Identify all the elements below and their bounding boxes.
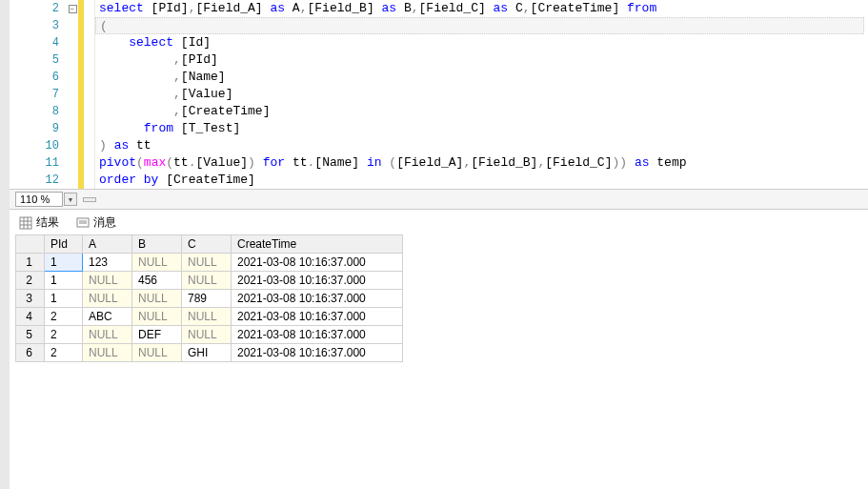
grid-row-header[interactable]: 2 [16, 272, 45, 290]
code-line[interactable]: ,[PId] [95, 51, 868, 69]
code-token: , [173, 52, 181, 67]
grid-header-row: PIdABCCreateTime [16, 235, 403, 254]
grid-row-header[interactable]: 1 [16, 254, 45, 272]
grid-cell[interactable]: ABC [83, 308, 132, 326]
grid-cell[interactable]: NULL [132, 308, 182, 326]
tab-messages[interactable]: 消息 [72, 213, 120, 233]
grid-cell[interactable]: 789 [182, 290, 232, 308]
code-line[interactable]: select [PId],[Field_A] as A,[Field_B] as… [95, 0, 868, 17]
table-row[interactable]: 31NULLNULL7892021-03-08 10:16:37.000 [16, 290, 403, 308]
grid-cell[interactable]: NULL [182, 308, 232, 326]
left-margin-strip [0, 0, 10, 364]
sql-editor[interactable]: 2−3456789101112 select [PId],[Field_A] a… [10, 0, 868, 189]
line-number: 2 [10, 0, 67, 17]
grid-row-header[interactable]: 4 [16, 308, 45, 326]
grid-cell[interactable]: 2021-03-08 10:16:37.000 [232, 308, 403, 326]
grid-cell[interactable]: 2 [45, 308, 83, 326]
change-marker [78, 86, 84, 103]
grid-cell[interactable]: 2021-03-08 10:16:37.000 [232, 290, 403, 308]
code-token: [CreateTime] [531, 1, 627, 15]
results-grid-container: PIdABCCreateTime11123NULLNULL2021-03-08 … [10, 233, 868, 364]
code-token: tt [173, 155, 189, 170]
grid-cell[interactable]: NULL [83, 326, 132, 344]
editor-code[interactable]: select [PId],[Field_A] as A,[Field_B] as… [95, 0, 868, 189]
code-line[interactable]: from [T_Test] [95, 120, 868, 137]
table-row[interactable]: 11123NULLNULL2021-03-08 10:16:37.000 [16, 254, 403, 272]
change-marker [78, 51, 84, 69]
grid-cell[interactable]: 2021-03-08 10:16:37.000 [232, 326, 403, 344]
grid-column-header[interactable]: B [132, 235, 182, 254]
code-token: in [367, 155, 382, 170]
code-line[interactable]: order by [CreateTime] [95, 172, 868, 189]
messages-icon [76, 216, 90, 230]
code-token: , [173, 87, 181, 101]
zoom-dropdown-button[interactable]: ▼ [64, 193, 77, 206]
grid-cell[interactable]: 1 [45, 290, 83, 308]
code-token: ( [389, 155, 396, 170]
code-token [255, 155, 263, 170]
code-token [99, 70, 173, 84]
grid-cell[interactable]: NULL [83, 290, 132, 308]
table-row[interactable]: 21NULL456NULL2021-03-08 10:16:37.000 [16, 272, 403, 290]
grid-cell[interactable]: NULL [182, 326, 232, 344]
line-number: 12 [10, 172, 67, 189]
code-line[interactable]: ) as tt [95, 137, 868, 154]
fold-toggle[interactable]: − [69, 5, 77, 13]
table-row[interactable]: 62NULLNULLGHI2021-03-08 10:16:37.000 [16, 344, 403, 362]
grid-cell[interactable]: 2 [45, 344, 83, 362]
results-tabs: 结果 消息 [10, 210, 868, 233]
table-row[interactable]: 52NULLDEFNULL2021-03-08 10:16:37.000 [16, 326, 403, 344]
grid-column-header[interactable]: A [83, 235, 132, 254]
code-line[interactable]: ,[Name] [95, 69, 868, 86]
grid-row-header[interactable]: 5 [16, 326, 45, 344]
code-token: [Id] [173, 35, 211, 50]
code-token [99, 35, 129, 50]
grid-cell[interactable]: NULL [132, 254, 182, 272]
code-line[interactable]: select [Id] [95, 34, 868, 51]
results-grid[interactable]: PIdABCCreateTime11123NULLNULL2021-03-08 … [15, 234, 403, 362]
grid-cell[interactable]: 2 [45, 326, 83, 344]
table-row[interactable]: 42ABCNULLNULL2021-03-08 10:16:37.000 [16, 308, 403, 326]
line-number: 11 [10, 154, 67, 172]
code-token: from [627, 1, 656, 15]
collapse-handle[interactable] [83, 197, 96, 202]
grid-column-header[interactable]: C [182, 235, 232, 254]
code-token: [PId] [144, 1, 189, 15]
grid-cell[interactable]: 1 [45, 272, 83, 290]
grid-cell[interactable]: 2021-03-08 10:16:37.000 [232, 344, 403, 362]
grid-cell[interactable]: NULL [83, 344, 132, 362]
change-marker [78, 172, 84, 189]
zoom-level-input[interactable]: 110 % [15, 192, 63, 207]
tab-results[interactable]: 结果 [15, 213, 63, 233]
grid-cell[interactable]: NULL [132, 344, 182, 362]
grid-row-header[interactable]: 6 [16, 344, 45, 362]
grid-cell[interactable]: NULL [182, 254, 232, 272]
grid-cell[interactable]: GHI [182, 344, 232, 362]
grid-cell[interactable]: NULL [132, 290, 182, 308]
code-token: select [129, 35, 173, 50]
grid-cell[interactable]: NULL [182, 272, 232, 290]
code-line[interactable]: pivot(max(tt.[Value]) for tt.[Name] in (… [95, 154, 868, 172]
grid-column-header[interactable]: PId [45, 235, 83, 254]
grid-cell[interactable]: DEF [132, 326, 182, 344]
change-marker [78, 120, 84, 137]
code-token: B [396, 1, 412, 15]
code-line[interactable]: ( [95, 17, 864, 34]
grid-cell[interactable]: 123 [83, 254, 132, 272]
code-line[interactable]: ,[Value] [95, 86, 868, 103]
code-token: max [144, 155, 166, 170]
grid-cell[interactable]: 1 [45, 254, 83, 272]
code-token: [Name] [181, 70, 226, 84]
tab-results-label: 结果 [36, 214, 59, 231]
gutter-row: 11 [10, 154, 94, 172]
grid-cell[interactable]: NULL [83, 272, 132, 290]
code-token: ( [100, 19, 108, 33]
grid-cell[interactable]: 2021-03-08 10:16:37.000 [232, 254, 403, 272]
code-token: ( [136, 155, 144, 170]
grid-cell[interactable]: 456 [132, 272, 182, 290]
grid-column-header[interactable]: CreateTime [232, 235, 403, 254]
grid-row-header[interactable]: 3 [16, 290, 45, 308]
code-line[interactable]: ,[CreateTime] [95, 103, 868, 120]
grid-cell[interactable]: 2021-03-08 10:16:37.000 [232, 272, 403, 290]
code-token: [PId] [181, 52, 218, 67]
